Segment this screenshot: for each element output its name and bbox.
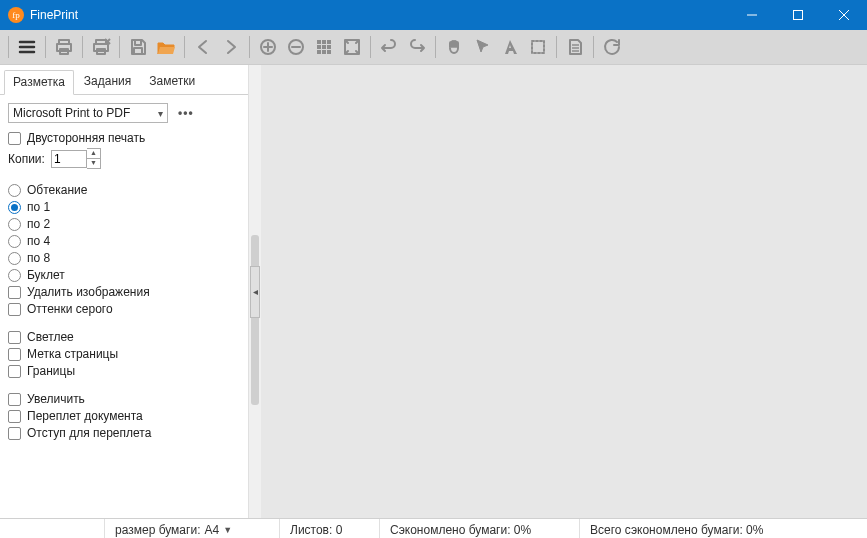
gutter-bind-checkbox[interactable]: [8, 410, 21, 423]
page-mark-label: Метка страницы: [27, 347, 118, 361]
duplex-label: Двусторонняя печать: [27, 131, 145, 145]
svg-rect-19: [322, 40, 326, 44]
per2-radio[interactable]: [8, 218, 21, 231]
redo-icon[interactable]: [403, 33, 431, 61]
zoom-out-icon[interactable]: [282, 33, 310, 61]
status-saved-total: Всего сэкономлено бумаги: 0%: [580, 519, 867, 538]
copies-input[interactable]: [51, 150, 87, 168]
svg-rect-22: [322, 45, 326, 49]
wrap-label: Обтекание: [27, 183, 87, 197]
grayscale-label: Оттенки серого: [27, 302, 113, 316]
pointer-icon[interactable]: [468, 33, 496, 61]
fit-page-icon[interactable]: [338, 33, 366, 61]
title-bar: fp FinePrint: [0, 0, 867, 30]
preview-area[interactable]: [261, 65, 867, 518]
thumbnail-grid-icon[interactable]: [310, 33, 338, 61]
content-area: Разметка Задания Заметки Microsoft Print…: [0, 65, 867, 518]
status-paper-label: размер бумаги:: [115, 523, 200, 537]
status-saved: Сэкономлено бумаги: 0%: [380, 519, 580, 538]
booklet-label: Буклет: [27, 268, 65, 282]
app-title: FinePrint: [30, 8, 78, 22]
status-empty: [0, 519, 105, 538]
toolbar: [0, 30, 867, 65]
status-paper-size[interactable]: размер бумаги: A4 ▼: [105, 519, 280, 538]
menu-button[interactable]: [13, 33, 41, 61]
booklet-radio[interactable]: [8, 269, 21, 282]
print-icon[interactable]: [50, 33, 78, 61]
svg-rect-24: [317, 50, 321, 54]
svg-rect-28: [532, 41, 544, 53]
select-crop-icon[interactable]: [524, 33, 552, 61]
gutter-bind-label: Переплет документа: [27, 409, 143, 423]
lighter-checkbox[interactable]: [8, 331, 21, 344]
per1-label: по 1: [27, 200, 50, 214]
svg-rect-3: [794, 11, 803, 20]
printer-select-label: Microsoft Print to PDF: [13, 106, 130, 120]
copies-label: Копии:: [8, 152, 45, 166]
per4-radio[interactable]: [8, 235, 21, 248]
dropdown-arrow-icon: ▼: [223, 525, 232, 535]
enlarge-label: Увеличить: [27, 392, 85, 406]
tab-layout[interactable]: Разметка: [4, 70, 74, 95]
status-bar: размер бумаги: A4 ▼ Листов: 0 Сэкономлен…: [0, 518, 867, 538]
enlarge-checkbox[interactable]: [8, 393, 21, 406]
svg-text:fp: fp: [12, 10, 20, 20]
per8-label: по 8: [27, 251, 50, 265]
printer-select[interactable]: Microsoft Print to PDF ▾: [8, 103, 168, 123]
undo-icon[interactable]: [375, 33, 403, 61]
gutter-margin-checkbox[interactable]: [8, 427, 21, 440]
page-mark-checkbox[interactable]: [8, 348, 21, 361]
per4-label: по 4: [27, 234, 50, 248]
status-sheets: Листов: 0: [280, 519, 380, 538]
print-delete-icon[interactable]: [87, 33, 115, 61]
panel-splitter[interactable]: ◂: [249, 65, 261, 518]
printer-more-button[interactable]: •••: [174, 104, 198, 122]
left-panel: Разметка Задания Заметки Microsoft Print…: [0, 65, 249, 518]
status-paper-value: A4: [204, 523, 219, 537]
svg-rect-15: [134, 48, 142, 54]
remove-images-checkbox[interactable]: [8, 286, 21, 299]
close-button[interactable]: [821, 0, 867, 30]
splitter-collapse-icon[interactable]: ◂: [250, 266, 260, 318]
open-folder-icon[interactable]: [152, 33, 180, 61]
forward-arrow-icon[interactable]: [217, 33, 245, 61]
tab-notes[interactable]: Заметки: [141, 70, 203, 95]
svg-rect-14: [135, 40, 141, 45]
chevron-down-icon: ▾: [158, 108, 163, 119]
hand-pan-icon[interactable]: [440, 33, 468, 61]
copies-spinner[interactable]: ▲▼: [87, 148, 101, 169]
wrap-radio[interactable]: [8, 184, 21, 197]
svg-rect-23: [327, 45, 331, 49]
window-controls: [729, 0, 867, 30]
back-arrow-icon[interactable]: [189, 33, 217, 61]
svg-rect-25: [322, 50, 326, 54]
gutter-margin-label: Отступ для переплета: [27, 426, 151, 440]
remove-images-label: Удалить изображения: [27, 285, 150, 299]
save-icon[interactable]: [124, 33, 152, 61]
borders-checkbox[interactable]: [8, 365, 21, 378]
refresh-icon[interactable]: [598, 33, 626, 61]
svg-rect-18: [317, 40, 321, 44]
app-icon: fp: [8, 7, 24, 23]
zoom-in-icon[interactable]: [254, 33, 282, 61]
page-icon[interactable]: [561, 33, 589, 61]
layout-panel: Microsoft Print to PDF ▾ ••• Двустороння…: [0, 95, 248, 518]
duplex-checkbox[interactable]: [8, 132, 21, 145]
per1-radio[interactable]: [8, 201, 21, 214]
minimize-button[interactable]: [729, 0, 775, 30]
per8-radio[interactable]: [8, 252, 21, 265]
grayscale-checkbox[interactable]: [8, 303, 21, 316]
svg-rect-26: [327, 50, 331, 54]
maximize-button[interactable]: [775, 0, 821, 30]
per2-label: по 2: [27, 217, 50, 231]
panel-tabs: Разметка Задания Заметки: [0, 65, 248, 95]
svg-rect-21: [317, 45, 321, 49]
tab-jobs[interactable]: Задания: [76, 70, 139, 95]
svg-rect-20: [327, 40, 331, 44]
lighter-label: Светлее: [27, 330, 74, 344]
text-icon[interactable]: [496, 33, 524, 61]
borders-label: Границы: [27, 364, 75, 378]
